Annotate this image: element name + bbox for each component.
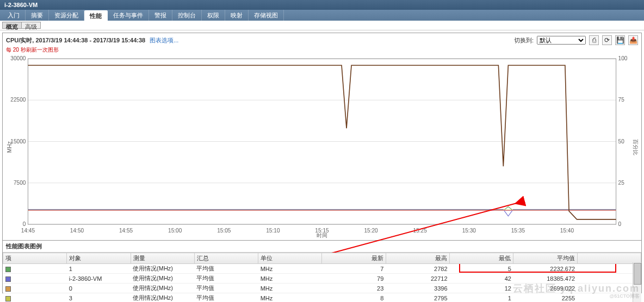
svg-text:14:45: 14:45 — [21, 228, 35, 234]
svg-text:15:05: 15:05 — [217, 228, 231, 234]
window-title: i-2-3860-VM — [0, 0, 644, 10]
svg-text:7500: 7500 — [14, 180, 26, 186]
svg-text:15:00: 15:00 — [168, 228, 182, 234]
line-chart: 07500150002250030000025507510014:4514:50… — [6, 56, 638, 238]
legend-section: 性能图表图例 项对象测量汇总单位最新最高最低平均值1使用情况(MHz)平均值MH… — [3, 240, 641, 302]
svg-text:14:55: 14:55 — [119, 228, 133, 234]
svg-text:15:25: 15:25 — [413, 228, 428, 234]
refresh-note: 每 20 秒刷新一次图形 — [6, 46, 641, 54]
switch-label: 切换到: — [514, 36, 534, 45]
legend-scrollbar[interactable] — [633, 262, 641, 302]
series-color-icon — [5, 286, 11, 292]
legend-col-2[interactable]: 测量 — [131, 253, 194, 264]
svg-text:50: 50 — [618, 139, 625, 144]
refresh-icon[interactable]: ⟳ — [602, 35, 612, 45]
svg-text:15:20: 15:20 — [364, 228, 378, 234]
tab-3[interactable]: 性能 — [84, 10, 108, 21]
table-row[interactable]: 1使用情况(MHz)平均值MHz7278252232.672 — [3, 264, 641, 274]
tab-5[interactable]: 警报 — [149, 10, 172, 21]
table-row[interactable]: 0使用情况(MHz)平均值MHz233396122699.022 — [3, 284, 641, 293]
export-icon[interactable]: 📤 — [628, 35, 638, 45]
legend-col-8[interactable]: 平均值 — [513, 253, 577, 264]
tab-9[interactable]: 存储视图 — [249, 10, 284, 21]
svg-text:15000: 15000 — [10, 139, 26, 144]
subtab-0[interactable]: 概览 — [2, 22, 22, 29]
svg-text:22500: 22500 — [10, 97, 26, 103]
chart-area: 07500150002250030000025507510014:4514:50… — [6, 56, 638, 238]
switch-select[interactable]: 默认 — [537, 36, 586, 45]
legend-col-6[interactable]: 最高 — [386, 253, 449, 264]
svg-text:时间: 时间 — [317, 232, 327, 238]
tab-8[interactable]: 映射 — [225, 10, 249, 21]
chart-title: CPU/实时, 2017/3/19 14:44:38 - 2017/3/19 1… — [6, 36, 145, 45]
legend-col-3[interactable]: 汇总 — [194, 253, 258, 264]
svg-text:25: 25 — [618, 180, 625, 186]
table-row[interactable]: 3使用情况(MHz)平均值MHz8279512255 — [3, 293, 641, 302]
tab-4[interactable]: 任务与事件 — [108, 10, 149, 21]
legend-col-0[interactable]: 项 — [3, 253, 67, 264]
performance-panel: CPU/实时, 2017/3/19 14:44:38 - 2017/3/19 1… — [2, 33, 642, 293]
svg-text:0: 0 — [618, 221, 622, 227]
sub-tabs: 概览高级 — [0, 21, 644, 30]
chart-options-link[interactable]: 图表选项... — [150, 36, 178, 45]
scrollbar-thumb[interactable] — [634, 263, 641, 285]
tab-7[interactable]: 权限 — [202, 10, 225, 21]
print-icon[interactable]: ⎙ — [589, 35, 599, 45]
series-color-icon — [5, 296, 11, 301]
series-color-icon — [5, 267, 11, 272]
tab-6[interactable]: 控制台 — [172, 10, 202, 21]
save-icon[interactable]: 💾 — [615, 35, 625, 45]
tab-0[interactable]: 入门 — [2, 10, 26, 21]
svg-text:75: 75 — [618, 97, 625, 103]
svg-text:30000: 30000 — [10, 56, 26, 61]
main-tabs: 入门摘要资源分配性能任务与事件警报控制台权限映射存储视图 — [0, 10, 644, 21]
legend-table: 项对象测量汇总单位最新最高最低平均值1使用情况(MHz)平均值MHz727825… — [3, 253, 641, 302]
svg-text:0: 0 — [23, 221, 26, 227]
svg-text:MHz: MHz — [7, 141, 13, 153]
svg-text:15:40: 15:40 — [560, 228, 574, 234]
tab-1[interactable]: 摘要 — [26, 10, 49, 21]
svg-text:15:35: 15:35 — [511, 228, 525, 234]
legend-col-5[interactable]: 最新 — [322, 253, 386, 264]
svg-text:15:30: 15:30 — [462, 228, 476, 234]
table-row[interactable]: i-2-3860-VM使用情况(MHz)平均值MHz79227124218385… — [3, 274, 641, 284]
svg-text:百分比: 百分比 — [633, 139, 638, 155]
tab-2[interactable]: 资源分配 — [49, 10, 84, 21]
legend-col-4[interactable]: 单位 — [258, 253, 322, 264]
series-color-icon — [5, 276, 11, 282]
svg-text:14:50: 14:50 — [70, 228, 84, 234]
legend-col-1[interactable]: 对象 — [67, 253, 131, 264]
subtab-1[interactable]: 高级 — [21, 22, 41, 29]
legend-title: 性能图表图例 — [3, 241, 641, 253]
svg-text:100: 100 — [618, 56, 628, 61]
legend-col-7[interactable]: 最低 — [450, 253, 513, 264]
svg-text:15:10: 15:10 — [266, 228, 280, 234]
